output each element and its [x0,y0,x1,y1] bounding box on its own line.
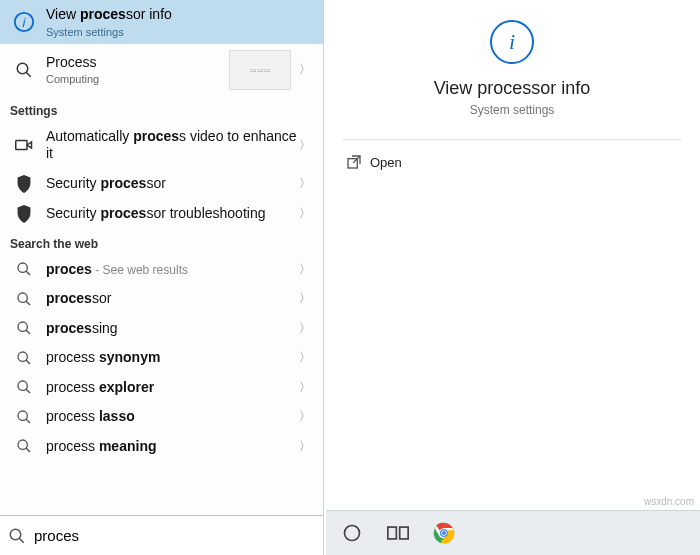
result-title: processing [46,320,297,338]
search-icon [8,527,28,545]
search-icon [8,291,40,307]
shield-icon [8,175,40,193]
search-icon [8,379,40,395]
open-label: Open [370,155,402,170]
video-icon [8,138,40,152]
shield-icon [8,205,40,223]
svg-line-16 [26,419,30,423]
result-web-2[interactable]: processing〉 [0,314,323,344]
svg-line-12 [26,360,30,364]
svg-line-14 [26,389,30,393]
chevron-right-icon: 〉 [297,261,313,278]
svg-line-18 [26,448,30,452]
result-thumbnail: ▭▭▭ [229,50,291,90]
svg-point-13 [18,381,27,390]
chevron-right-icon: 〉 [297,290,313,307]
chevron-right-icon: 〉 [297,438,313,455]
detail-subtitle: System settings [470,103,555,117]
svg-point-5 [18,263,27,272]
svg-point-9 [18,322,27,331]
svg-point-11 [18,352,27,361]
search-icon [8,261,40,277]
chevron-right-icon: 〉 [297,61,313,78]
result-title: Automatically process video to enhance i… [46,128,297,163]
search-icon [8,320,40,336]
result-web-6[interactable]: process meaning〉 [0,432,323,462]
chevron-right-icon: 〉 [297,205,313,222]
watermark: wsxdn.com [644,496,694,507]
chrome-icon[interactable] [426,515,462,551]
chevron-right-icon: 〉 [297,137,313,154]
search-input[interactable] [28,523,315,548]
result-web-4[interactable]: process explorer〉 [0,373,323,403]
detail-pane: i View processor info System settings Op… [324,0,700,510]
result-web-0[interactable]: proces - See web results〉 [0,255,323,285]
chevron-right-icon: 〉 [297,349,313,366]
search-icon [8,438,40,454]
cortana-icon[interactable] [334,515,370,551]
open-icon [346,154,370,170]
svg-line-8 [26,301,30,305]
result-web-3[interactable]: process synonym〉 [0,343,323,373]
svg-point-2 [17,63,28,74]
svg-line-10 [26,330,30,334]
svg-point-17 [18,440,27,449]
svg-text:i: i [23,14,27,29]
svg-point-22 [345,526,360,541]
result-web-1[interactable]: processor〉 [0,284,323,314]
svg-point-15 [18,411,27,420]
chevron-right-icon: 〉 [297,408,313,425]
svg-line-3 [26,72,31,77]
detail-title: View processor info [434,78,591,99]
result-title: proces - See web results [46,261,297,279]
svg-rect-23 [388,527,396,539]
svg-point-19 [10,529,21,540]
result-title: Process [46,54,229,72]
chevron-right-icon: 〉 [297,320,313,337]
result-subtitle: System settings [46,26,313,38]
result-best-match[interactable]: i View processor info System settings [0,0,323,44]
search-icon [8,350,40,366]
svg-point-7 [18,293,27,302]
info-icon: i [8,11,40,33]
info-icon: i [490,20,534,64]
result-settings-security-troubleshoot[interactable]: Security processor troubleshooting 〉 [0,199,323,229]
open-action[interactable]: Open [324,140,700,184]
results-list: i View processor info System settings Pr… [0,0,323,515]
result-settings-security-processor[interactable]: Security processor 〉 [0,169,323,199]
search-icon [8,409,40,425]
search-results-pane: i View processor info System settings Pr… [0,0,324,555]
result-title: process explorer [46,379,297,397]
section-header-settings: Settings [0,96,323,122]
svg-rect-4 [16,141,27,150]
search-bar [0,515,323,555]
result-subtitle: Computing [46,73,229,85]
svg-point-29 [442,531,446,535]
result-settings-video[interactable]: Automatically process video to enhance i… [0,122,323,169]
svg-rect-24 [400,527,408,539]
taskbar [326,510,700,555]
result-title: Security processor [46,175,297,193]
section-header-web: Search the web [0,229,323,255]
result-title: View processor info [46,6,313,24]
svg-line-6 [26,271,30,275]
result-title: Security processor troubleshooting [46,205,297,223]
result-process[interactable]: Process Computing ▭▭▭ 〉 [0,44,323,96]
result-title: process lasso [46,408,297,426]
result-title: processor [46,290,297,308]
chevron-right-icon: 〉 [297,379,313,396]
result-title: process meaning [46,438,297,456]
search-icon [8,61,40,79]
task-view-icon[interactable] [380,515,416,551]
chevron-right-icon: 〉 [297,175,313,192]
result-title: process synonym [46,349,297,367]
result-web-5[interactable]: process lasso〉 [0,402,323,432]
svg-line-20 [19,538,24,543]
